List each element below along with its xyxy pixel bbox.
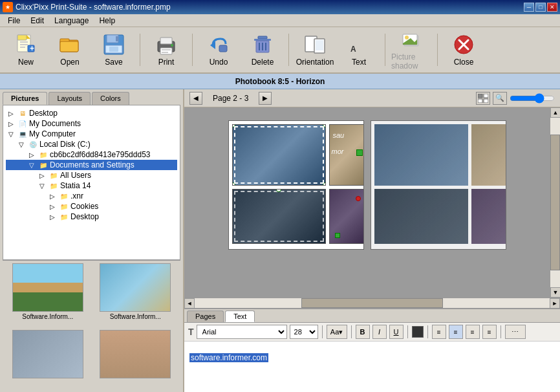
document-title: Photobook 8:5 - Horizon (0, 74, 560, 89)
svg-rect-15 (109, 47, 118, 52)
svg-rect-43 (478, 99, 482, 103)
text-style-dropdown[interactable]: Aa▾ (327, 325, 347, 339)
cb6bc-folder-icon: 📁 (38, 150, 48, 159)
file-tree: ▷ 🖥 Desktop ▷ 📄 My Documents ▽ 💻 My Comp… (3, 105, 180, 259)
align-justify-button[interactable]: ≡ (482, 325, 497, 339)
tab-text[interactable]: Text (225, 310, 255, 322)
text-content-area[interactable]: software.informer.com (184, 342, 560, 392)
tree-expand-icon: ▽ (6, 129, 16, 138)
menu-file[interactable]: File (3, 15, 25, 27)
horizontal-scrollbar[interactable]: ◄ ► (184, 298, 560, 308)
orientation-button[interactable]: Orientation (294, 29, 336, 71)
menu-help[interactable]: Help (94, 15, 120, 27)
menu-edit[interactable]: Edit (25, 15, 49, 27)
tree-expand-icon: ▽ (37, 181, 47, 190)
menu-language[interactable]: Language (49, 15, 94, 27)
page-indicator: Page 2 - 3 (208, 94, 253, 103)
thumbnail-item-1[interactable]: Software.Inform... (93, 263, 178, 327)
svg-rect-3 (20, 41, 28, 43)
svg-rect-23 (219, 45, 227, 52)
canvas-area[interactable]: sau mor (184, 107, 550, 298)
thumbnail-image-3 (100, 330, 171, 378)
thumbnail-label-0: Software.Inform... (22, 313, 73, 320)
cookies-folder-icon: 📁 (59, 202, 69, 211)
scroll-up-button[interactable]: ▲ (550, 107, 560, 118)
view-mode-button[interactable] (476, 92, 490, 105)
tree-item-my-documents[interactable]: ▷ 📄 My Documents (6, 118, 177, 129)
open-label: Open (60, 58, 79, 67)
open-button[interactable]: Open (49, 29, 91, 71)
align-right-button[interactable]: ≡ (466, 325, 480, 339)
scroll-down-button[interactable]: ▼ (550, 287, 560, 298)
canvas-vertical-scrollbar[interactable]: ▲ ▼ (550, 107, 560, 298)
text-selected-content: software.informer.com (189, 353, 268, 362)
toolbar-sep-3 (288, 34, 289, 66)
scroll-thumb[interactable] (550, 135, 560, 270)
h-scroll-thumb[interactable] (301, 298, 444, 308)
save-icon (102, 33, 125, 56)
title-bar-controls: ─ □ ✕ (524, 3, 557, 12)
thumbnail-item-2[interactable] (5, 330, 91, 387)
local-disk-icon: 💿 (28, 140, 38, 149)
minimize-button[interactable]: ─ (524, 3, 534, 12)
align-center-button[interactable]: ≡ (449, 325, 463, 339)
tree-item-desktop2[interactable]: ▷ 📁 Desktop (6, 212, 177, 222)
tree-expand-icon: ▷ (27, 150, 37, 159)
italic-button[interactable]: I (372, 325, 387, 339)
tree-item-documents-settings[interactable]: ▽ 📁 Documents and Settings (6, 160, 177, 170)
tree-item-desktop[interactable]: ▷ 🖥 Desktop (6, 108, 177, 118)
tree-item-statia14[interactable]: ▽ 📁 Statia 14 (6, 180, 177, 191)
bold-button[interactable]: B (356, 325, 370, 339)
format-sep-3 (407, 325, 408, 338)
tree-item-cb6bc[interactable]: ▷ 📁 cb6bc2df6dd8413e795ddd53 (6, 149, 177, 160)
scroll-left-button[interactable]: ◄ (184, 298, 195, 309)
delete-icon (251, 33, 274, 56)
svg-rect-5 (20, 47, 25, 48)
font-selector[interactable]: Arial Times New Roman Courier New (197, 325, 287, 339)
new-button[interactable]: + New (5, 29, 47, 71)
text-button[interactable]: A Text (338, 29, 380, 71)
zoom-button[interactable]: 🔍 (493, 92, 507, 105)
svg-point-21 (171, 44, 173, 47)
delete-button[interactable]: Delete (242, 29, 283, 71)
tab-colors[interactable]: Colors (92, 92, 129, 105)
zoom-slider[interactable] (510, 94, 555, 103)
tree-item-all-users[interactable]: ▷ 📁 All Users (6, 170, 177, 180)
align-left-button[interactable]: ≡ (432, 325, 446, 339)
font-size-selector[interactable]: 28 12 14 16 18 24 36 48 72 (290, 325, 318, 339)
text-color-button[interactable] (412, 326, 424, 338)
scroll-track (550, 118, 560, 287)
undo-button[interactable]: Undo (198, 29, 239, 71)
title-bar-text: Clixx'Pixx Print-Suite - software.inform… (16, 3, 171, 12)
print-label: Print (158, 58, 175, 67)
underline-button[interactable]: U (389, 325, 404, 339)
all-users-folder-icon: 📁 (48, 171, 59, 180)
tab-pictures[interactable]: Pictures (3, 92, 47, 105)
scroll-right-button[interactable]: ► (550, 298, 560, 309)
right-panel: ◀ Page 2 - 3 ▶ 🔍 (184, 89, 560, 392)
tree-item-xnr[interactable]: ▷ 📁 .xnr (6, 191, 177, 201)
tab-pages[interactable]: Pages (187, 310, 224, 322)
close-window-button[interactable]: ✕ (547, 3, 557, 12)
print-button[interactable]: Print (145, 29, 187, 71)
svg-rect-19 (162, 49, 171, 50)
photo-cat: sau mor (329, 124, 364, 186)
svg-rect-41 (478, 94, 482, 98)
close-button[interactable]: Close (443, 29, 484, 71)
thumbnail-item-3[interactable] (93, 330, 178, 387)
tree-item-cookies[interactable]: ▷ 📁 Cookies (6, 201, 177, 212)
save-button[interactable]: Save (93, 29, 135, 71)
thumbnails-area: Software.Inform... Software.Inform... (3, 260, 180, 389)
main-content: Pictures Layouts Colors ▷ 🖥 Desktop ▷ 📄 … (0, 89, 560, 392)
next-page-button[interactable]: ▶ (259, 92, 272, 105)
svg-rect-32 (316, 40, 323, 50)
title-bar-left: ★ Clixx'Pixx Print-Suite - software.info… (3, 2, 171, 12)
thumbnail-item-0[interactable]: Software.Inform... (5, 263, 91, 327)
maximize-button[interactable]: □ (535, 3, 546, 12)
tree-item-my-computer[interactable]: ▽ 💻 My Computer (6, 129, 177, 139)
tab-layouts[interactable]: Layouts (48, 92, 91, 105)
prev-page-button[interactable]: ◀ (189, 92, 202, 105)
tree-item-local-disk[interactable]: ▽ 💿 Local Disk (C:) (6, 139, 177, 149)
statia14-folder-icon: 📁 (48, 181, 59, 190)
more-options-button[interactable]: ⋯ (505, 325, 526, 339)
